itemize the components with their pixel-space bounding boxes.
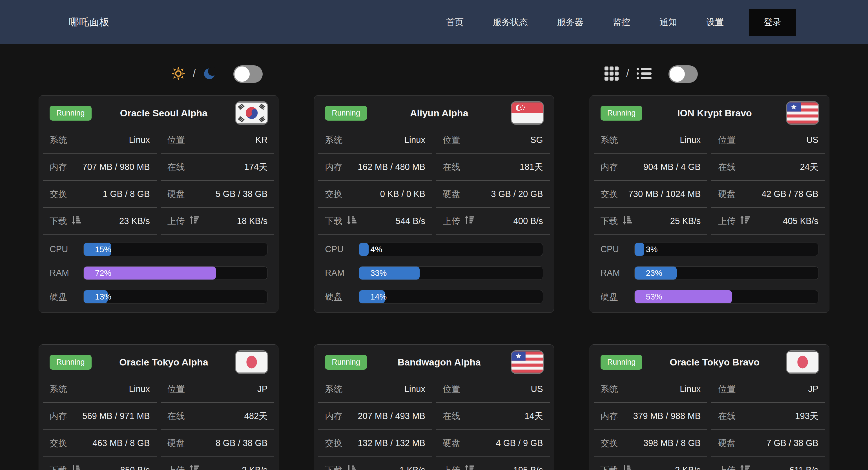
server-stats: 系统Linux位置US内存207 MB / 493 MB在线14天交换132 M… bbox=[318, 376, 550, 470]
stat-value-upload: 611 B/s bbox=[789, 465, 818, 470]
stat-label-disk: 硬盘 bbox=[167, 188, 185, 200]
stat-cell-upload: 上传400 B/s bbox=[436, 208, 550, 235]
stat-value-memory: 904 MB / 4 GB bbox=[643, 162, 701, 172]
stat-label-location: 位置 bbox=[167, 134, 185, 146]
nav-item-3[interactable]: 监控 bbox=[613, 17, 630, 28]
nav-item-4[interactable]: 通知 bbox=[659, 17, 677, 28]
stat-label-system: 系统 bbox=[325, 134, 342, 146]
stat-label-system: 系统 bbox=[50, 134, 67, 146]
stat-cell-location: 位置JP bbox=[711, 376, 825, 403]
usage-bars: CPU15%RAM72%硬盘13% bbox=[43, 235, 274, 309]
server-card-5[interactable]: Running Oracle Tokyo Bravo 系统Linux位置JP内存… bbox=[590, 344, 829, 470]
stat-label-disk: 硬盘 bbox=[443, 437, 460, 449]
country-flag-icon-kr bbox=[236, 102, 268, 124]
stat-value-disk: 5 GB / 38 GB bbox=[216, 189, 268, 199]
stat-value-download: 544 B/s bbox=[396, 216, 425, 226]
stat-cell-uptime: 在线24天 bbox=[711, 154, 825, 181]
stat-label-download: 下载 bbox=[50, 464, 81, 470]
ram-usage-row: RAM23% bbox=[600, 261, 818, 285]
stat-value-upload: 18 KB/s bbox=[237, 216, 268, 226]
upload-sort-icon bbox=[189, 215, 199, 227]
stat-value-swap: 0 KB / 0 KB bbox=[380, 189, 425, 199]
stat-cell-download: 下载2 KB/s bbox=[594, 457, 708, 470]
download-sort-icon bbox=[346, 215, 356, 227]
stat-value-upload: 405 KB/s bbox=[783, 216, 818, 226]
stat-value-system: Linux bbox=[404, 135, 425, 145]
status-badge: Running bbox=[325, 106, 367, 121]
upload-sort-icon bbox=[740, 215, 750, 227]
server-name: Oracle Tokyo Alpha bbox=[92, 357, 236, 368]
server-card-2[interactable]: Running ION Krypt Bravo 系统Linux位置US内存904… bbox=[590, 95, 829, 313]
view-toggle[interactable] bbox=[669, 65, 698, 83]
stat-value-swap: 463 MB / 8 GB bbox=[92, 438, 150, 448]
stat-cell-system: 系统Linux bbox=[43, 376, 157, 403]
theme-separator: / bbox=[193, 68, 195, 80]
disk-usage-row: 硬盘53% bbox=[600, 285, 818, 309]
top-navbar: 哪吒面板 首页服务状态服务器监控通知设置 登录 bbox=[0, 0, 868, 44]
theme-toggle-knob bbox=[235, 66, 250, 82]
server-card-1[interactable]: Running Aliyun Alpha 系统Linux位置SG内存162 MB… bbox=[314, 95, 554, 313]
country-flag-icon-jp bbox=[236, 351, 268, 373]
disk-progress-bar: 13% bbox=[84, 290, 268, 304]
stat-cell-location: 位置US bbox=[711, 127, 825, 154]
stat-cell-swap: 交换730 MB / 1024 MB bbox=[594, 181, 708, 208]
theme-toggle[interactable] bbox=[234, 65, 262, 83]
server-stats: 系统Linux位置SG内存162 MB / 480 MB在线181天交换0 KB… bbox=[318, 127, 550, 235]
stat-cell-memory: 内存707 MB / 980 MB bbox=[43, 154, 157, 181]
stat-value-upload: 2 KB/s bbox=[242, 465, 268, 470]
stat-cell-uptime: 在线174天 bbox=[161, 154, 275, 181]
disk-percent-value: 13% bbox=[95, 292, 111, 302]
stat-label-swap: 交换 bbox=[325, 188, 342, 200]
usage-bars: CPU4%RAM33%硬盘14% bbox=[318, 235, 550, 309]
download-sort-icon bbox=[346, 464, 356, 470]
stat-value-system: Linux bbox=[404, 384, 425, 394]
server-card-grid: Running Oracle Seoul Alpha 系统Linux位置KR内存… bbox=[39, 95, 829, 470]
disk-percent-value: 53% bbox=[646, 292, 662, 302]
stat-cell-swap: 交换398 MB / 8 GB bbox=[594, 430, 708, 457]
nav-item-5[interactable]: 设置 bbox=[706, 17, 724, 28]
cpu-progress-bar: 3% bbox=[634, 243, 818, 256]
stat-cell-disk: 硬盘8 GB / 38 GB bbox=[161, 430, 275, 457]
stat-value-location: JP bbox=[808, 384, 818, 394]
stat-cell-system: 系统Linux bbox=[594, 376, 708, 403]
stat-label-system: 系统 bbox=[50, 383, 67, 395]
view-switch-group: / bbox=[434, 60, 868, 88]
server-name: Oracle Tokyo Bravo bbox=[642, 357, 787, 368]
stat-cell-system: 系统Linux bbox=[43, 127, 157, 154]
nav-item-1[interactable]: 服务状态 bbox=[493, 17, 528, 28]
stat-value-location: SG bbox=[530, 135, 543, 145]
login-button[interactable]: 登录 bbox=[749, 9, 796, 36]
ram-percent-value: 23% bbox=[646, 269, 662, 278]
upload-sort-icon bbox=[189, 464, 199, 470]
nav-item-0[interactable]: 首页 bbox=[446, 17, 464, 28]
ram-usage-row: RAM72% bbox=[50, 261, 268, 285]
ram-bar-label: RAM bbox=[50, 268, 84, 278]
server-card-header: Running Bandwagon Alpha bbox=[318, 345, 550, 376]
stat-label-swap: 交换 bbox=[600, 188, 618, 200]
server-stats: 系统Linux位置JP内存379 MB / 988 MB在线193天交换398 … bbox=[594, 376, 825, 470]
status-badge: Running bbox=[600, 106, 643, 121]
nav-item-2[interactable]: 服务器 bbox=[557, 17, 583, 28]
stat-value-download: 23 KB/s bbox=[119, 216, 150, 226]
server-name: Aliyun Alpha bbox=[367, 107, 512, 119]
stat-label-location: 位置 bbox=[718, 383, 736, 395]
server-card-4[interactable]: Running Bandwagon Alpha 系统Linux位置US内存207… bbox=[314, 344, 554, 470]
stat-label-download: 下载 bbox=[600, 464, 632, 470]
stat-cell-swap: 交换1 GB / 8 GB bbox=[43, 181, 157, 208]
cpu-percent-value: 4% bbox=[370, 245, 382, 254]
ram-percent-value: 33% bbox=[370, 269, 386, 278]
stat-cell-location: 位置JP bbox=[161, 376, 275, 403]
stat-label-upload: 上传 bbox=[167, 215, 199, 227]
server-card-0[interactable]: Running Oracle Seoul Alpha 系统Linux位置KR内存… bbox=[39, 95, 278, 313]
status-badge: Running bbox=[600, 355, 643, 370]
stat-value-download: 1 KB/s bbox=[400, 465, 425, 470]
stat-value-disk: 7 GB / 38 GB bbox=[767, 438, 818, 448]
server-name: ION Krypt Bravo bbox=[642, 107, 787, 119]
server-card-3[interactable]: Running Oracle Tokyo Alpha 系统Linux位置JP内存… bbox=[39, 344, 278, 470]
stat-label-uptime: 在线 bbox=[718, 410, 736, 422]
disk-bar-label: 硬盘 bbox=[325, 291, 359, 303]
stat-cell-location: 位置KR bbox=[161, 127, 275, 154]
server-stats: 系统Linux位置KR内存707 MB / 980 MB在线174天交换1 GB… bbox=[43, 127, 274, 235]
stat-label-uptime: 在线 bbox=[718, 161, 736, 173]
stat-cell-system: 系统Linux bbox=[318, 376, 432, 403]
